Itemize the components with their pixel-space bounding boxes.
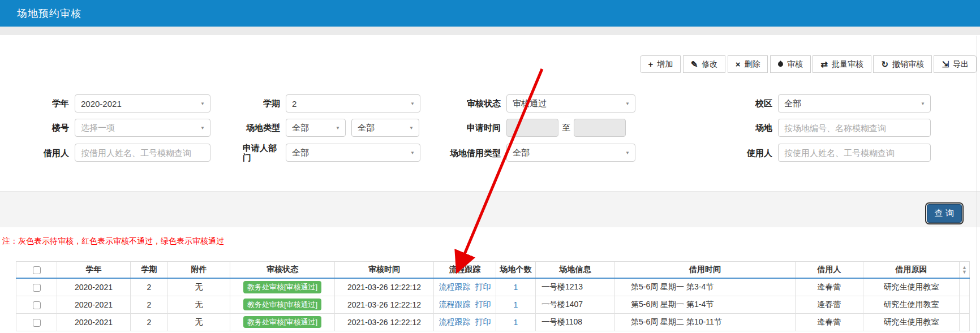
export-button[interactable]: ⇲ 导出 — [934, 55, 977, 73]
toolbar: + 增加 ✎ 修改 × 删除 审核 ⇄ 批量审核 ↻ 撤销审核 ⇲ 导出 — [0, 55, 980, 73]
row-checkbox[interactable] — [33, 301, 41, 309]
cancel-audit-button-label: 撤销审核 — [892, 59, 924, 70]
delete-icon: × — [736, 60, 741, 68]
col-header-attachment: 附件 — [168, 261, 230, 278]
cell-borrow-time: 第5-6周 星期二 第10-11节 — [615, 313, 796, 331]
borrower-input[interactable] — [75, 144, 210, 162]
row-checkbox[interactable] — [33, 284, 41, 292]
title-bar: 场地预约审核 — [0, 0, 980, 27]
col-header-venue-info: 场地信息 — [536, 261, 615, 278]
school-year-select[interactable]: 2020-2021 ▼ — [75, 94, 210, 113]
select-all-checkbox[interactable] — [33, 266, 41, 274]
chevron-down-icon: ▼ — [336, 126, 340, 131]
table-row: 2020-2021 2 无 教务处审核[审核通过] 2021-03-26 12:… — [16, 278, 970, 296]
cell-borrow-time: 第5-6周 星期一 第3-4节 — [615, 278, 796, 296]
status-badge: 教务处审核[审核通过] — [243, 299, 321, 311]
col-header-borrow-time: 借用时间 — [615, 261, 796, 278]
print-link[interactable]: 打印 — [475, 317, 491, 326]
table-row: 2020-2021 2 无 教务处审核[审核通过] 2021-03-26 12:… — [16, 313, 970, 331]
chevron-down-icon: ▼ — [200, 101, 205, 106]
user-label: 使用人 — [635, 148, 778, 158]
col-header-review-time: 审核时间 — [335, 261, 434, 278]
review-status-label: 审核状态 — [420, 98, 506, 108]
school-year-label: 学年 — [6, 98, 75, 108]
venue-count-link[interactable]: 1 — [514, 300, 518, 309]
cell-reason: 研究生使用教室 — [863, 313, 960, 331]
venue-borrow-type-select[interactable]: 全部 ▼ — [506, 144, 635, 162]
venue-label: 场地 — [635, 123, 778, 132]
building-label: 楼号 — [6, 123, 75, 132]
print-link[interactable]: 打印 — [475, 300, 491, 309]
refresh-icon: ↻ — [881, 60, 888, 68]
review-status-select[interactable]: 审核通过 ▼ — [506, 94, 635, 113]
col-header-status: 审核状态 — [230, 261, 335, 278]
batch-audit-button[interactable]: ⇄ 批量审核 — [813, 55, 871, 73]
apply-time-separator: 至 — [562, 123, 570, 133]
filter-row-3: 借用人 申请人部门 全部 ▼ 场地借用类型 全部 ▼ 使用人 — [6, 143, 980, 163]
status-badge: 教务处审核[审核通过] — [243, 281, 321, 293]
venue-count-link[interactable]: 1 — [514, 283, 518, 292]
content-right-border — [977, 36, 977, 333]
delete-button[interactable]: × 删除 — [728, 55, 768, 73]
cell-reason: 研究生使用教室 — [863, 296, 960, 313]
chevron-down-icon: ▼ — [625, 101, 630, 106]
campus-select[interactable]: 全部 ▼ — [778, 94, 931, 113]
venue-type-select-1[interactable]: 全部 ▼ — [286, 119, 346, 137]
campus-label: 校区 — [635, 98, 778, 108]
applicant-dept-select[interactable]: 全部 ▼ — [286, 144, 420, 162]
apply-time-start-input[interactable] — [506, 119, 558, 137]
cell-borrower: 逄春蕾 — [796, 296, 863, 313]
edit-icon: ✎ — [691, 60, 698, 68]
cell-term: 2 — [131, 313, 168, 331]
search-button[interactable]: 查 询 — [927, 204, 962, 223]
venue-input[interactable] — [778, 119, 931, 137]
cancel-audit-button[interactable]: ↻ 撤销审核 — [873, 55, 932, 73]
filter-panel: 学年 2020-2021 ▼ 学期 2 ▼ 审核状态 审核通过 ▼ 校区 全部 — [0, 94, 980, 163]
droplet-icon — [777, 60, 784, 68]
table-header-row: 学年 学期 附件 审核状态 审核时间 流程跟踪 场地个数 场地信息 借用时间 借… — [16, 261, 970, 278]
cell-review-time: 2021-03-26 12:22:12 — [335, 278, 434, 296]
col-header-year: 学年 — [57, 261, 131, 278]
cell-year: 2020-2021 — [57, 313, 131, 331]
venue-type-label: 场地类型 — [210, 123, 286, 132]
user-input[interactable] — [778, 144, 931, 162]
swap-arrows-icon: ⇄ — [820, 60, 828, 68]
cell-borrower: 逄春蕾 — [796, 278, 863, 296]
scroll-down-icon[interactable]: ▼ — [960, 270, 969, 274]
col-header-venue-count: 场地个数 — [496, 261, 536, 278]
col-header-track: 流程跟踪 — [434, 261, 496, 278]
borrower-label: 借用人 — [6, 148, 75, 158]
reservations-table: 学年 学期 附件 审核状态 审核时间 流程跟踪 场地个数 场地信息 借用时间 借… — [16, 261, 970, 331]
audit-button-label: 审核 — [787, 59, 803, 70]
cell-review-time: 2021-03-26 12:22:12 — [335, 296, 434, 313]
track-link[interactable]: 流程跟踪 — [439, 300, 471, 309]
building-select[interactable]: 选择一项 ▼ — [75, 119, 210, 137]
cell-review-time: 2021-03-26 12:22:12 — [335, 313, 434, 331]
term-label: 学期 — [210, 98, 286, 108]
edit-button[interactable]: ✎ 修改 — [683, 55, 726, 73]
venue-count-link[interactable]: 1 — [514, 318, 518, 327]
venue-borrow-type-label: 场地借用类型 — [420, 148, 506, 158]
filter-footer: 查 询 — [0, 191, 980, 227]
col-header-reason: 借用原因 — [863, 261, 960, 278]
sub-strip — [0, 27, 980, 35]
track-link[interactable]: 流程跟踪 — [439, 282, 471, 291]
row-checkbox[interactable] — [33, 319, 41, 327]
track-link[interactable]: 流程跟踪 — [439, 317, 471, 326]
cell-term: 2 — [131, 278, 168, 296]
venue-type-select-2[interactable]: 全部 ▼ — [351, 119, 419, 137]
chevron-down-icon: ▼ — [200, 126, 205, 131]
cell-borrower: 逄春蕾 — [796, 313, 863, 331]
applicant-dept-label: 申请人部门 — [210, 143, 286, 163]
print-link[interactable]: 打印 — [475, 282, 491, 291]
term-select[interactable]: 2 ▼ — [286, 94, 420, 113]
cell-venue-info: 一号楼1407 — [536, 296, 615, 313]
add-button[interactable]: + 增加 — [640, 55, 681, 73]
chevron-down-icon: ▼ — [409, 126, 414, 131]
cell-year: 2020-2021 — [57, 296, 131, 313]
apply-time-end-input[interactable] — [574, 119, 626, 137]
export-icon: ⇲ — [942, 60, 949, 68]
chevron-down-icon: ▼ — [410, 150, 415, 155]
audit-button[interactable]: 审核 — [770, 55, 811, 73]
cell-attachment: 无 — [168, 313, 230, 331]
